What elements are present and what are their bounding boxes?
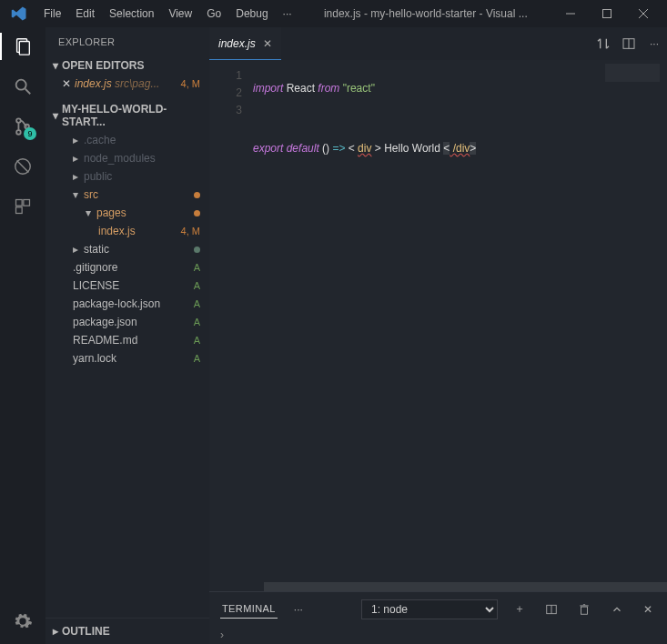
svg-rect-15 (16, 207, 23, 214)
folder-src[interactable]: ▾src (45, 186, 209, 204)
scm-badge: 9 (24, 127, 36, 140)
maximize-panel-icon[interactable] (607, 601, 627, 618)
code-editor[interactable]: 1 2 3 import React from "react" export d… (209, 60, 667, 582)
close-icon[interactable]: ✕ (62, 77, 71, 90)
explorer-icon[interactable] (11, 35, 35, 58)
file-yarn-lock[interactable]: yarn.lockA (45, 349, 209, 367)
workspace-section: ▾MY-HELLO-WORLD-START... ▸.cache ▸node_m… (45, 96, 209, 371)
file-license[interactable]: LICENSEA (45, 277, 209, 295)
horizontal-scrollbar[interactable] (209, 582, 667, 591)
open-editors-label: OPEN EDITORS (62, 59, 144, 72)
open-editor-item[interactable]: ✕ index.js src\pag... 4, M (45, 75, 209, 93)
project-label: MY-HELLO-WORLD-START... (62, 103, 202, 128)
svg-rect-20 (581, 607, 588, 614)
split-terminal-icon[interactable] (541, 601, 561, 618)
menu-view[interactable]: View (161, 4, 199, 24)
open-editors-section: ▾OPEN EDITORS ✕ index.js src\pag... 4, M (45, 53, 209, 96)
window-controls (552, 0, 662, 27)
code-content[interactable]: import React from "react" export default… (253, 60, 667, 582)
outline-label: OUTLINE (62, 625, 110, 638)
minimap[interactable] (605, 64, 660, 82)
title-bar: File Edit Selection View Go Debug ··· in… (0, 0, 667, 27)
svg-rect-13 (16, 200, 23, 206)
explorer-header: EXPLORER (45, 27, 209, 53)
editor-group: index.js ✕ ··· 1 2 3 import React from "… (209, 27, 667, 644)
open-editor-path: src\pag... (115, 77, 159, 90)
menu-bar: File Edit Selection View Go Debug ··· (36, 4, 299, 24)
folder-pages[interactable]: ▾pages (45, 204, 209, 222)
new-terminal-icon[interactable]: ＋ (510, 599, 529, 619)
settings-gear-icon[interactable] (11, 609, 35, 633)
folder-static[interactable]: ▸static (45, 240, 209, 258)
debug-icon[interactable] (11, 155, 35, 178)
menu-edit[interactable]: Edit (68, 4, 102, 24)
source-control-icon[interactable]: 9 (11, 115, 35, 138)
close-button[interactable] (625, 0, 662, 27)
workspace-header[interactable]: ▾MY-HELLO-WORLD-START... (45, 100, 209, 131)
file-index-js[interactable]: index.js4, M (45, 222, 209, 240)
file-gitignore[interactable]: .gitignoreA (45, 258, 209, 277)
window-title: index.js - my-hello-world-starter - Visu… (299, 7, 552, 20)
sidebar: EXPLORER ▾OPEN EDITORS ✕ index.js src\pa… (45, 27, 209, 644)
file-package-lock[interactable]: package-lock.jsonA (45, 295, 209, 313)
outline-header[interactable]: ▸OUTLINE (45, 622, 209, 640)
extensions-icon[interactable] (11, 195, 35, 218)
tab-label: index.js (218, 37, 256, 50)
panel-more-icon[interactable]: ··· (290, 601, 307, 618)
svg-point-6 (16, 80, 26, 90)
scrollbar-thumb[interactable] (264, 582, 667, 591)
close-tab-icon[interactable]: ✕ (263, 37, 272, 50)
menu-selection[interactable]: Selection (102, 4, 161, 24)
breadcrumb-bar[interactable]: › (209, 626, 667, 644)
svg-rect-5 (19, 42, 29, 55)
file-package-json[interactable]: package.jsonA (45, 313, 209, 331)
more-icon[interactable]: ··· (642, 31, 667, 56)
untracked-dot-icon (194, 247, 200, 253)
terminal-panel: TERMINAL ··· 1: node ＋ ✕ (209, 591, 667, 626)
folder-public[interactable]: ▸public (45, 167, 209, 186)
kill-terminal-icon[interactable] (574, 601, 594, 618)
split-editor-icon[interactable] (616, 31, 642, 56)
modified-dot-icon (194, 192, 200, 198)
open-editor-status: 4, M (181, 78, 200, 89)
terminal-tab[interactable]: TERMINAL (220, 599, 278, 619)
svg-line-7 (25, 89, 31, 95)
svg-rect-1 (603, 10, 611, 18)
modified-dot-icon (194, 210, 200, 216)
tab-bar: index.js ✕ ··· (209, 27, 667, 60)
menu-debug[interactable]: Debug (228, 4, 275, 24)
search-icon[interactable] (11, 75, 35, 98)
svg-rect-14 (24, 200, 30, 206)
menu-more[interactable]: ··· (276, 4, 299, 24)
folder-cache[interactable]: ▸.cache (45, 131, 209, 149)
svg-point-9 (16, 130, 21, 135)
terminal-select[interactable]: 1: node (361, 599, 498, 619)
line-gutter: 1 2 3 (209, 60, 253, 582)
open-editor-name: index.js (75, 77, 112, 90)
svg-line-12 (17, 161, 29, 173)
svg-point-8 (16, 118, 21, 123)
vscode-logo-icon (11, 5, 27, 22)
chevron-right-icon: › (220, 629, 224, 641)
activity-bar: 9 (0, 27, 45, 644)
menu-file[interactable]: File (36, 4, 68, 24)
minimize-button[interactable] (552, 0, 589, 27)
folder-node-modules[interactable]: ▸node_modules (45, 149, 209, 167)
menu-go[interactable]: Go (199, 4, 228, 24)
tab-index-js[interactable]: index.js ✕ (209, 27, 281, 60)
open-editors-header[interactable]: ▾OPEN EDITORS (45, 56, 209, 75)
compare-icon[interactable] (591, 31, 616, 56)
file-tree: ▸.cache ▸node_modules ▸public ▾src ▾page… (45, 131, 209, 367)
close-panel-icon[interactable]: ✕ (640, 601, 656, 618)
file-readme[interactable]: README.mdA (45, 331, 209, 349)
maximize-button[interactable] (589, 0, 625, 27)
